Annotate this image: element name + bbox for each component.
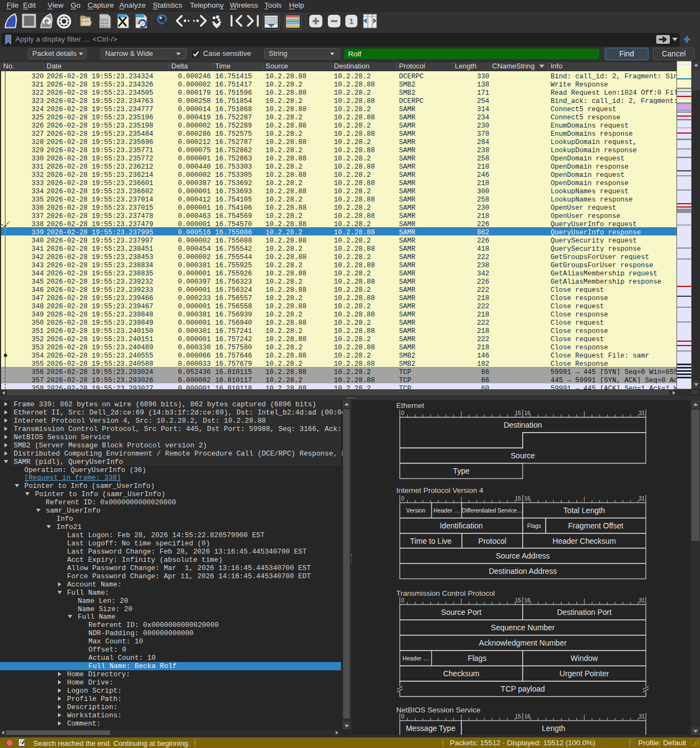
svg-text:Source: Source [511, 451, 535, 460]
svg-text:15: 15 [515, 410, 522, 416]
svg-text:Differentiated Service…: Differentiated Service… [462, 507, 523, 514]
svg-text:Source Address: Source Address [496, 551, 550, 560]
svg-text:Window: Window [571, 654, 599, 663]
svg-text:Checksum: Checksum [443, 669, 479, 678]
svg-text:15: 15 [515, 597, 522, 603]
svg-text:31: 31 [639, 597, 645, 603]
svg-text:Message Type: Message Type [406, 724, 455, 733]
svg-text:31: 31 [639, 496, 645, 502]
svg-text:Flags: Flags [468, 654, 487, 663]
svg-text:0110: 0110 [136, 22, 145, 26]
svg-text:Flags: Flags [527, 522, 541, 529]
svg-text:0: 0 [401, 410, 404, 416]
svg-text:16: 16 [524, 597, 531, 603]
svg-text:TCP payload: TCP payload [501, 684, 545, 693]
svg-text:Destination Address: Destination Address [489, 567, 557, 576]
svg-text:0111: 0111 [101, 25, 109, 28]
svg-text:Destination Port: Destination Port [557, 608, 612, 617]
svg-text:Header …: Header … [403, 655, 429, 661]
svg-text:16: 16 [524, 410, 531, 416]
svg-text:0: 0 [401, 597, 404, 603]
svg-text:Transmission Control Protocol: Transmission Control Protocol [396, 589, 495, 597]
svg-text:15: 15 [515, 714, 522, 720]
svg-text:Total Length: Total Length [563, 506, 605, 515]
svg-text:Header …: Header … [433, 507, 460, 514]
svg-text:Version: Version [406, 507, 425, 514]
svg-text:Time to Live: Time to Live [410, 537, 452, 545]
svg-text:Internet Protocol Version 4: Internet Protocol Version 4 [396, 486, 484, 494]
svg-text:Identification: Identification [439, 521, 483, 530]
svg-text:Length: Length [542, 724, 565, 733]
svg-text:Header Checksum: Header Checksum [553, 537, 616, 545]
svg-text:15: 15 [515, 496, 522, 502]
svg-text:0: 0 [401, 496, 404, 502]
svg-text:Type: Type [453, 467, 470, 475]
svg-text:31: 31 [639, 714, 645, 720]
svg-text:Destination: Destination [504, 421, 542, 429]
svg-text:Sequence Number: Sequence Number [491, 623, 555, 632]
svg-text:0: 0 [401, 714, 404, 720]
svg-text:16: 16 [524, 714, 531, 720]
svg-text:NetBIOS Session Service: NetBIOS Session Service [396, 706, 481, 714]
svg-text:Fragment Offset: Fragment Offset [568, 521, 623, 530]
svg-text:31: 31 [639, 410, 645, 416]
svg-text:Protocol: Protocol [478, 537, 506, 545]
svg-text:Urgent Pointer: Urgent Pointer [559, 669, 609, 678]
svg-text:1: 1 [349, 16, 354, 26]
svg-text:Ethernet: Ethernet [396, 401, 424, 410]
svg-text:16: 16 [524, 496, 531, 502]
svg-text:Source Port: Source Port [441, 608, 482, 617]
svg-text:Acknowledgment Number: Acknowledgment Number [479, 638, 567, 647]
